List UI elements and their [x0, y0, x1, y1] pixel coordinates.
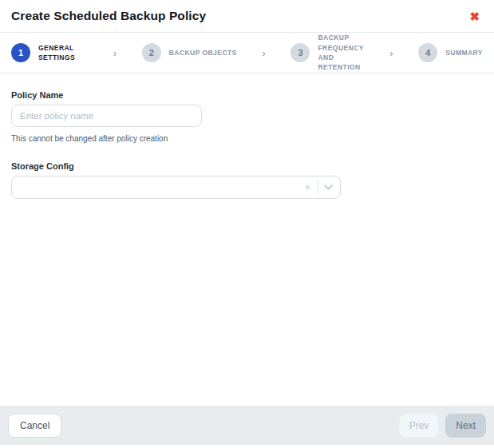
clear-selection-icon[interactable]: × [302, 182, 312, 192]
step-backup-frequency-retention[interactable]: 3 BACKUP FREQUENCY AND RETENTION [290, 33, 364, 72]
footer-right-actions: Prev Next [399, 414, 486, 438]
storage-config-label: Storage Config [11, 161, 483, 171]
modal-title: Create Scheduled Backup Policy [11, 9, 206, 23]
chevron-down-icon[interactable] [324, 184, 333, 190]
policy-name-label: Policy Name [11, 90, 483, 100]
modal-body: Policy Name This cannot be changed after… [0, 73, 494, 406]
step-general-settings[interactable]: 1 GENERAL SETTINGS [11, 43, 88, 63]
step-label: BACKUP OBJECTS [169, 48, 237, 57]
step-number-badge: 3 [290, 43, 310, 62]
step-label: BACKUP FREQUENCY AND RETENTION [318, 33, 364, 72]
cancel-button[interactable]: Cancel [8, 414, 61, 438]
step-number-badge: 4 [418, 43, 437, 62]
chevron-right-icon: › [388, 47, 394, 59]
next-button[interactable]: Next [445, 414, 486, 438]
select-divider [318, 180, 318, 194]
step-number-badge: 1 [11, 43, 30, 62]
step-backup-objects[interactable]: 2 BACKUP OBJECTS [142, 43, 237, 62]
chevron-right-icon: › [260, 47, 267, 59]
policy-name-field-group: Policy Name This cannot be changed after… [11, 90, 483, 143]
step-label: GENERAL SETTINGS [38, 43, 88, 63]
policy-name-helper-text: This cannot be changed after policy crea… [11, 134, 483, 143]
create-backup-policy-modal: Create Scheduled Backup Policy ✖ 1 GENER… [0, 0, 494, 448]
chevron-right-icon: › [112, 47, 118, 59]
storage-config-select[interactable]: × [11, 176, 341, 199]
modal-header: Create Scheduled Backup Policy ✖ [0, 0, 494, 33]
step-label: SUMMARY [445, 48, 483, 57]
storage-config-field-group: Storage Config × [11, 161, 483, 199]
prev-button[interactable]: Prev [399, 414, 440, 438]
step-summary[interactable]: 4 SUMMARY [418, 43, 483, 62]
policy-name-input[interactable] [11, 105, 202, 127]
close-icon[interactable]: ✖ [466, 9, 483, 24]
wizard-stepper: 1 GENERAL SETTINGS › 2 BACKUP OBJECTS › … [0, 33, 494, 73]
modal-footer: Cancel Prev Next [0, 406, 494, 445]
step-number-badge: 2 [142, 43, 161, 62]
